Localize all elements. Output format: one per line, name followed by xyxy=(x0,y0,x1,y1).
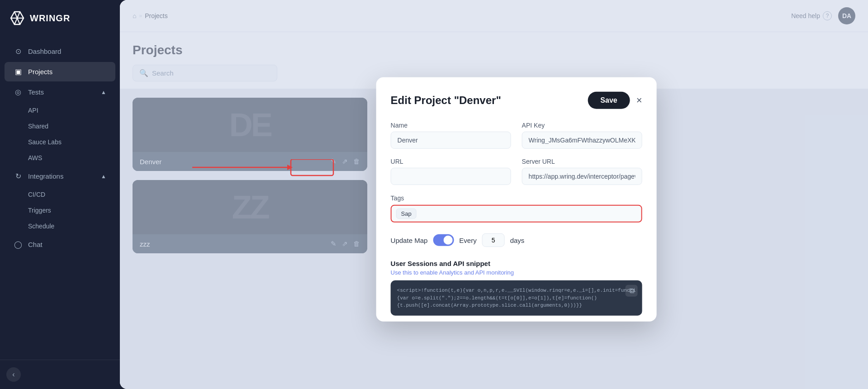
logo-icon xyxy=(9,10,25,26)
sidebar-item-label: Integrations xyxy=(28,172,63,180)
api-key-label: API Key xyxy=(522,122,642,129)
sidebar-logo: WRINGR xyxy=(0,0,120,36)
collapse-sidebar-button[interactable]: ‹ xyxy=(6,367,21,382)
sidebar-subitem-saucelabs[interactable]: Sauce Labs xyxy=(5,134,115,150)
modal-save-button[interactable]: Save xyxy=(588,92,630,109)
sidebar-item-tests[interactable]: ◎ Tests ▲ xyxy=(5,82,115,102)
url-label: URL xyxy=(391,158,511,165)
every-label: Every xyxy=(459,236,476,244)
sidebar-subitem-shared[interactable]: Shared xyxy=(5,119,115,134)
sidebar-item-label: Dashboard xyxy=(28,47,61,55)
snippet-code: <script>!function(t,e){var o,n,p,r,e.__S… xyxy=(397,287,636,309)
tag-chip-sap[interactable]: Sap xyxy=(396,209,417,219)
sidebar-subitem-aws[interactable]: AWS xyxy=(5,150,115,166)
tags-field-group: Tags Sap xyxy=(391,194,642,223)
sidebar-item-dashboard[interactable]: ⊙ Dashboard xyxy=(5,42,115,61)
sidebar-subitem-label: CI/CD xyxy=(28,191,45,198)
modal-header: Edit Project "Denver" Save × xyxy=(391,92,642,109)
name-input[interactable] xyxy=(391,132,511,149)
chevron-up-icon: ▲ xyxy=(101,173,106,180)
api-key-field-group: API Key xyxy=(522,122,642,149)
app-name: WRINGR xyxy=(30,13,70,24)
snippet-code-wrapper: <script>!function(t,e){var o,n,p,r,e.__S… xyxy=(391,280,642,316)
sidebar-subitem-label: Triggers xyxy=(28,207,51,214)
sidebar-bottom: ‹ xyxy=(0,360,120,389)
api-key-input[interactable] xyxy=(522,132,642,149)
projects-icon: ▣ xyxy=(14,67,23,76)
sidebar-subitem-label: Sauce Labs xyxy=(28,138,62,146)
url-input[interactable] xyxy=(391,168,511,185)
sidebar-subitem-label: AWS xyxy=(28,154,42,161)
sidebar-item-integrations[interactable]: ↻ Integrations ▲ xyxy=(5,166,115,186)
server-url-field-group: Server URL xyxy=(522,158,642,185)
sidebar-item-label: Projects xyxy=(28,68,52,76)
sidebar-item-label: Chat xyxy=(28,241,43,248)
sidebar: WRINGR ⊙ Dashboard ▣ Projects ◎ Tests ▲ … xyxy=(0,0,120,389)
integrations-icon: ↻ xyxy=(14,172,23,180)
snippet-section: User Sessions and API snippet Use this t… xyxy=(391,260,642,316)
tests-icon: ◎ xyxy=(14,88,23,96)
chat-icon: ◯ xyxy=(14,240,23,249)
tags-input-wrapper[interactable]: Sap xyxy=(391,205,642,223)
sidebar-subitem-label: API xyxy=(28,107,38,114)
toggle-knob xyxy=(443,236,452,245)
modal-title: Edit Project "Denver" xyxy=(391,94,588,107)
modal-close-button[interactable]: × xyxy=(636,95,642,105)
modal-form: Name API Key URL Server URL Tags xyxy=(391,122,642,316)
sidebar-subitem-label: Shared xyxy=(28,123,48,130)
snippet-title: User Sessions and API snippet xyxy=(391,260,642,267)
sidebar-subitem-cicd[interactable]: CI/CD xyxy=(5,187,115,202)
chevron-up-icon: ▲ xyxy=(101,89,106,95)
main-content: ⌂ » Projects Need help ? DA Projects 🔍 S… xyxy=(120,0,868,389)
sidebar-subitem-api[interactable]: API xyxy=(5,103,115,118)
tags-text-input[interactable] xyxy=(420,210,637,217)
copy-snippet-button[interactable]: ⧉ xyxy=(626,285,638,297)
tags-label: Tags xyxy=(391,194,404,202)
url-field-group: URL xyxy=(391,158,511,185)
update-map-row: Update Map Every days xyxy=(391,233,642,247)
update-map-toggle[interactable] xyxy=(433,234,454,246)
dashboard-icon: ⊙ xyxy=(14,47,23,56)
server-url-label: Server URL xyxy=(522,158,642,165)
edit-project-modal: Edit Project "Denver" Save × Name API Ke… xyxy=(376,77,657,322)
sidebar-item-chat[interactable]: ◯ Chat xyxy=(5,235,115,254)
days-label: days xyxy=(510,236,525,244)
name-label: Name xyxy=(391,122,511,129)
name-field-group: Name xyxy=(391,122,511,149)
server-url-input[interactable] xyxy=(522,168,642,185)
sidebar-item-label: Tests xyxy=(28,88,44,96)
update-map-label: Update Map xyxy=(391,236,428,244)
days-input[interactable] xyxy=(482,233,505,247)
sidebar-item-projects[interactable]: ▣ Projects xyxy=(5,62,115,81)
sidebar-subitem-label: Schedule xyxy=(28,223,54,230)
snippet-subtitle: Use this to enable Analytics and API mon… xyxy=(391,269,642,276)
sidebar-subitem-triggers[interactable]: Triggers xyxy=(5,203,115,218)
sidebar-nav: ⊙ Dashboard ▣ Projects ◎ Tests ▲ API Sha… xyxy=(0,36,120,360)
sidebar-subitem-schedule[interactable]: Schedule xyxy=(5,218,115,234)
